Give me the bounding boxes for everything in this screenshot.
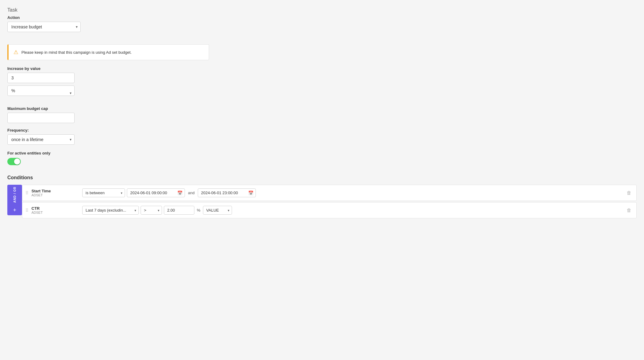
conditions-rows: ⠿ Start Time ADSET is between is before … xyxy=(22,185,637,218)
timerange-wrapper-row2: Last 7 days (excludin... Last 14 days La… xyxy=(82,206,139,215)
frequency-select-wrapper: once in a lifetime daily weekly monthly … xyxy=(7,134,75,145)
value-type-wrapper: VALUE BUDGET xyxy=(203,206,232,215)
action-label: Action xyxy=(7,15,637,20)
warning-box: ⚠ Please keep in mind that this campaign… xyxy=(7,44,209,60)
table-row: ⠿ CTR ADSET Last 7 days (excludin... Las… xyxy=(22,202,637,218)
max-budget-input[interactable] xyxy=(7,113,75,123)
drag-handle-icon: ⠿ xyxy=(25,191,28,195)
toggle-wrapper xyxy=(7,158,221,165)
operator-wrapper-row1: is between is before is after xyxy=(82,188,125,197)
warning-icon: ⚠ xyxy=(13,49,18,56)
condition-field-ctr: CTR ADSET xyxy=(31,205,80,216)
frequency-label: Frequency: xyxy=(7,128,221,133)
condition-field-start-time: Start Time ADSET xyxy=(31,187,80,198)
toggle-slider xyxy=(7,158,21,165)
field-name-start-time: Start Time xyxy=(31,189,80,193)
task-heading: Task xyxy=(7,7,637,13)
delete-row2-btn[interactable]: 🗑 xyxy=(625,206,633,214)
conditions-section: Conditions AND / OR + ⠿ Start Time ADSET xyxy=(7,175,637,218)
date-from-wrapper: 📅 xyxy=(127,188,185,197)
action-select[interactable]: Increase budget xyxy=(7,22,81,32)
max-budget-label: Maximum budget cap xyxy=(7,106,221,111)
active-entities-label: For active entities only xyxy=(7,151,221,155)
active-toggle[interactable] xyxy=(7,158,21,165)
table-row: ⠿ Start Time ADSET is between is before … xyxy=(22,185,637,201)
delete-row1-btn[interactable]: 🗑 xyxy=(625,189,633,197)
and-or-label: AND / OR xyxy=(7,185,22,205)
ctr-value-input[interactable] xyxy=(164,206,194,215)
unit-select-wrapper: % $ Fixed ▾ xyxy=(7,85,75,101)
add-condition-btn[interactable]: + xyxy=(7,205,22,215)
page-container: Task Action Increase budget ▾ ⚠ Please k… xyxy=(0,0,644,360)
frequency-select[interactable]: once in a lifetime daily weekly monthly xyxy=(7,134,75,145)
and-or-sidebar: AND / OR + xyxy=(7,185,22,215)
comparator-wrapper-row2: > < = xyxy=(141,206,162,215)
ctr-unit: % xyxy=(197,208,201,213)
increase-by-label: Increase by value xyxy=(7,66,221,71)
action-select-wrapper: Increase budget ▾ xyxy=(7,22,81,32)
date-from-input[interactable] xyxy=(127,188,185,197)
increase-value-input[interactable] xyxy=(7,73,75,83)
value-type-select[interactable]: VALUE BUDGET xyxy=(203,206,232,215)
timerange-select-row2[interactable]: Last 7 days (excludin... Last 14 days La… xyxy=(82,206,139,215)
field-sub-start-time: ADSET xyxy=(31,193,80,197)
unit-select[interactable]: % $ Fixed xyxy=(7,85,75,96)
field-sub-ctr: ADSET xyxy=(31,211,80,214)
and-separator: and xyxy=(188,191,195,195)
comparator-select-row2[interactable]: > < = xyxy=(141,206,162,215)
conditions-area: AND / OR + ⠿ Start Time ADSET is between xyxy=(7,185,637,218)
conditions-title: Conditions xyxy=(7,175,637,180)
date-to-input[interactable] xyxy=(198,188,256,197)
field-name-ctr: CTR xyxy=(31,206,80,211)
drag-handle-icon: ⠿ xyxy=(25,208,28,213)
warning-text: Please keep in mind that this campaign i… xyxy=(21,50,132,55)
date-to-wrapper: 📅 xyxy=(198,188,256,197)
operator-select-row1[interactable]: is between is before is after xyxy=(82,188,125,197)
